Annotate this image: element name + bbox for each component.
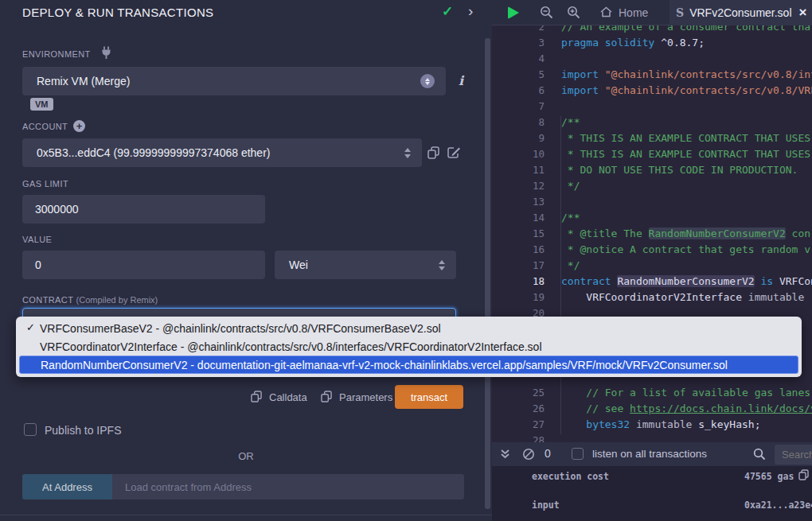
line-number: 16 (516, 242, 545, 258)
remix-ide-window: 2// An example of a consumer contract th… (0, 0, 812, 521)
selected-check-icon: ✓ (26, 321, 35, 333)
publish-ipfs-label: Publish to IPFS (45, 424, 122, 437)
environment-select[interactable]: Remix VM (Merge) (22, 67, 446, 95)
code-line: 6import "@chainlink/contracts/src/v0.8/V… (492, 83, 812, 99)
run-script-icon[interactable] (508, 6, 519, 19)
home-icon (599, 6, 613, 21)
line-number: 28 (516, 433, 545, 442)
zoom-out-icon[interactable] (540, 6, 553, 22)
line-content: */ (561, 178, 580, 194)
line-number: 15 (516, 226, 545, 242)
transact-button[interactable]: transact (395, 385, 463, 409)
code-line: 12 */ (492, 178, 812, 194)
copy-parameters-icon[interactable] (321, 391, 332, 402)
copy-calldata-icon[interactable] (251, 391, 262, 402)
line-number: 3 (516, 35, 545, 51)
terminal-row-value: 47565 gas (744, 471, 794, 482)
copy-account-icon[interactable] (427, 146, 439, 159)
gas-limit-input[interactable] (22, 195, 265, 224)
contract-sublabel: (Compiled by Remix) (76, 295, 158, 305)
code-line: 26 // see https://docs.chain.link/docs/v (492, 401, 812, 417)
zoom-in-icon[interactable] (567, 6, 580, 22)
panel-title: DEPLOY & RUN TRANSACTIONS (22, 6, 213, 19)
code-line: 4 (492, 51, 812, 67)
publish-ipfs-checkbox[interactable] (24, 423, 37, 436)
terminal-search-icon (753, 448, 766, 464)
code-line: 25 // For a list of available gas lanes (492, 385, 812, 401)
terminal-row-key: execution cost (532, 471, 609, 482)
clear-console-icon[interactable] (522, 448, 535, 464)
value-box (22, 251, 265, 279)
gas-limit-box (22, 195, 265, 224)
line-content: * THIS IS AN EXAMPLE CONTRACT THAT USES (561, 146, 812, 162)
at-address-box (112, 474, 464, 500)
line-number: 25 (516, 385, 545, 401)
line-number: 27 (516, 417, 545, 433)
calldata-label[interactable]: Calldata (269, 391, 307, 403)
code-line: 28 (492, 433, 812, 442)
contract-option-label: VRFCoordinatorV2Interface - @chainlink/c… (40, 340, 542, 353)
contract-label: CONTRACT (Compiled by Remix) (22, 295, 158, 305)
at-address-input[interactable] (112, 474, 464, 500)
code-line: 14/** (492, 210, 812, 226)
line-number: 13 (516, 194, 545, 210)
at-address-button[interactable]: At Address (22, 474, 112, 500)
tab-home[interactable]: Home (590, 0, 658, 25)
code-line: 7 (492, 99, 812, 115)
line-content: // For a list of available gas lanes (561, 385, 810, 401)
code-line: 5import "@chainlink/contracts/src/v0.8/i… (492, 67, 812, 83)
listen-all-transactions-label: listen on all transactions (592, 448, 707, 460)
line-number: 4 (516, 51, 545, 67)
value-unit: Wei (289, 259, 308, 271)
editor-topbar: Home S VRFv2Consumer.sol × (492, 0, 812, 25)
contract-option[interactable]: RandomNumberConsumerV2 - documentation-g… (19, 356, 798, 374)
parameters-label[interactable]: Parameters (339, 391, 392, 403)
copy-gas-icon[interactable] (798, 469, 809, 483)
close-tab-icon[interactable]: × (799, 5, 807, 21)
line-content: * THIS IS AN EXAMPLE CONTRACT THAT USES (561, 130, 812, 146)
environment-info-icon[interactable]: i (459, 73, 463, 88)
terminal-row-value: 0xa21...a23e4 (744, 500, 812, 511)
account-value: 0x5B3...eddC4 (99.99999999997374068 ethe… (37, 146, 270, 159)
line-content: * @notice A contract that gets random v (561, 242, 810, 258)
panel-collapse-icon[interactable]: › (468, 2, 473, 20)
value-input[interactable] (22, 251, 265, 279)
terminal-search-input[interactable] (775, 445, 812, 465)
line-content: import "@chainlink/contracts/src/v0.8/VR… (561, 83, 812, 99)
listen-all-transactions-checkbox[interactable] (572, 448, 584, 460)
line-content: * @title The RandomNumberConsumerV2 con (561, 226, 810, 242)
code-line: 16 * @notice A contract that gets random… (492, 242, 812, 258)
terminal-search-box[interactable] (775, 445, 812, 465)
panel-scrollbar[interactable] (485, 38, 490, 509)
or-divider-label: OR (0, 450, 492, 462)
tab-vrfv2consumer[interactable]: S VRFv2Consumer.sol × (670, 0, 812, 25)
code-line: 18contract RandomNumberConsumerV2 is VRF… (492, 274, 812, 290)
transaction-count-badge: 0 (545, 447, 551, 460)
account-select-arrows-icon (404, 148, 411, 158)
contract-option[interactable]: ✓VRFConsumerBaseV2 - @chainlink/contract… (19, 319, 798, 337)
code-line: 13 (492, 194, 812, 210)
add-account-icon[interactable]: + (73, 120, 85, 132)
tab-label: VRFv2Consumer.sol (689, 6, 791, 19)
code-line: 11 * DO NOT USE THIS CODE IN PRODUCTION. (492, 162, 812, 178)
edit-account-icon[interactable] (447, 146, 461, 159)
value-unit-select[interactable]: Wei (275, 251, 456, 279)
line-number: 19 (516, 290, 545, 305)
line-number: 7 (516, 99, 545, 115)
value-unit-arrows-icon (439, 260, 445, 270)
account-label: ACCOUNT (22, 122, 68, 131)
environment-select-arrows-icon (420, 74, 435, 88)
line-content: contract RandomNumberConsumerV2 is VRFCo… (561, 274, 812, 290)
line-content: pragma solidity ^0.8.7; (561, 35, 705, 51)
environment-label: ENVIRONMENT (22, 49, 91, 59)
line-content: */ (561, 258, 580, 274)
line-content: import "@chainlink/contracts/src/v0.8/in… (561, 67, 812, 83)
account-select[interactable]: 0x5B3...eddC4 (99.99999999997374068 ethe… (22, 138, 422, 167)
code-line: 10 * THIS IS AN EXAMPLE CONTRACT THAT US… (492, 146, 812, 162)
expand-terminal-icon[interactable] (500, 449, 510, 463)
line-number: 14 (516, 210, 545, 226)
line-content: bytes32 immutable s_keyHash; (561, 417, 760, 433)
code-line: 9 * THIS IS AN EXAMPLE CONTRACT THAT USE… (492, 130, 812, 146)
code-line: 17 */ (492, 258, 812, 274)
contract-option[interactable]: VRFCoordinatorV2Interface - @chainlink/c… (19, 337, 798, 356)
